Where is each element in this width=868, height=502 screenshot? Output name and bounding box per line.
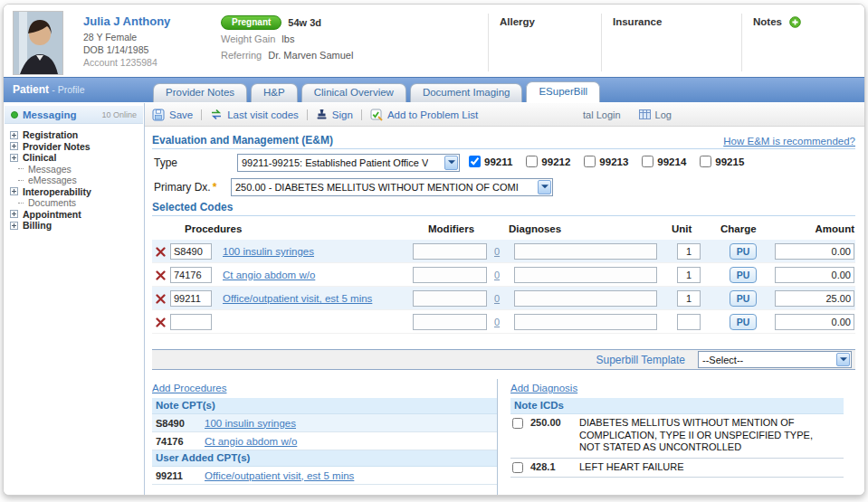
em-type-select[interactable]: 99211-99215: Established Patient Office … xyxy=(237,154,460,172)
notes-header: Notes xyxy=(753,16,782,27)
delete-row-button[interactable] xyxy=(156,317,166,327)
add-procedures-link[interactable]: Add Procedures xyxy=(152,383,226,393)
modifier-input[interactable] xyxy=(413,314,487,330)
procedure-code-input[interactable] xyxy=(170,243,212,260)
superbill-template-select[interactable]: --Select-- xyxy=(698,351,852,368)
last-visit-codes-button[interactable]: Last visit codes xyxy=(210,109,299,120)
price-update-button[interactable]: PU xyxy=(730,243,757,260)
unit-input[interactable] xyxy=(677,267,701,283)
cpt-description-link[interactable]: 100 insulin syringes xyxy=(205,418,296,429)
online-count: 10 Online xyxy=(101,110,137,119)
sidebar-item-messaging[interactable]: Messaging 10 Online xyxy=(5,106,143,124)
em-code-99213-checkbox[interactable] xyxy=(584,156,596,167)
diagnosis-input[interactable] xyxy=(514,243,657,260)
unit-input[interactable] xyxy=(677,243,701,260)
cpt-description-link[interactable]: Ct angio abdom w/o xyxy=(205,436,297,447)
expand-icon[interactable] xyxy=(10,131,18,139)
how-em-recommended-link[interactable]: How E&M is recommended? xyxy=(723,136,855,147)
tab-esuperbill[interactable]: ESuperBill xyxy=(526,81,600,102)
sidebar-item-provider-notes[interactable]: Provider Notes xyxy=(10,141,144,152)
add-diagnosis-link[interactable]: Add Diagnosis xyxy=(510,383,577,393)
primary-dx-select[interactable]: 250.00 - DIABETES MELLITUS WITHOUT MENTI… xyxy=(231,178,553,196)
expand-icon[interactable] xyxy=(10,222,18,230)
em-code-99211-checkbox[interactable] xyxy=(469,156,481,167)
icd-row: 428.1 LEFT HEART FAILURE xyxy=(510,459,844,478)
icd-checkbox[interactable] xyxy=(512,462,523,473)
sidebar-item-billing[interactable]: Billing xyxy=(10,220,144,231)
modifiers-column-header: Modifiers xyxy=(428,223,474,234)
breadcrumb-title: Patient xyxy=(13,83,49,96)
add-note-plus-icon[interactable] xyxy=(789,16,801,28)
procedure-description-link[interactable]: 100 insulin syringes xyxy=(223,246,314,257)
icd-checkbox[interactable] xyxy=(512,418,523,429)
em-code-99214-checkbox[interactable] xyxy=(642,156,653,167)
delete-row-button[interactable] xyxy=(156,247,166,257)
sign-button[interactable]: Sign xyxy=(316,109,353,120)
tab-bar: Provider Notes H&P Clinical Overview Doc… xyxy=(153,81,604,102)
add-to-problem-list-icon xyxy=(370,109,383,121)
price-update-button[interactable]: PU xyxy=(730,267,757,283)
modifier-count-link[interactable]: 0 xyxy=(494,293,500,304)
sidebar-item-emessages[interactable]: eMessages xyxy=(18,175,144,185)
cpt-description-link[interactable]: Office/outpatient visit, est 5 mins xyxy=(205,470,354,481)
tab-provider-notes[interactable]: Provider Notes xyxy=(153,83,247,102)
bottom-panels: Add Procedures Note CPT(s) S8490 100 ins… xyxy=(152,379,855,495)
expand-icon[interactable] xyxy=(10,142,18,150)
unit-input[interactable] xyxy=(677,290,701,307)
add-to-problem-list-button[interactable]: Add to Problem List xyxy=(370,109,478,121)
expand-icon[interactable] xyxy=(10,187,18,195)
cpt-code: 74176 xyxy=(156,436,196,447)
procedure-code-input[interactable] xyxy=(170,267,212,283)
tab-document-imaging[interactable]: Document Imaging xyxy=(410,83,523,102)
tab-hp[interactable]: H&P xyxy=(251,83,298,102)
modifier-count-link[interactable]: 0 xyxy=(494,246,500,257)
delete-row-button[interactable] xyxy=(156,270,166,280)
amount-input[interactable] xyxy=(775,314,854,330)
modifier-count-link[interactable]: 0 xyxy=(494,270,500,280)
sidebar-item-appointment[interactable]: Appointment xyxy=(10,209,144,220)
sidebar-tree: Registration Provider Notes Clinical Mes… xyxy=(4,127,144,231)
em-code-99215-checkbox[interactable] xyxy=(700,156,711,167)
tab-clinical-overview[interactable]: Clinical Overview xyxy=(301,83,406,102)
modifier-input[interactable] xyxy=(413,267,487,283)
modifier-input[interactable] xyxy=(413,290,487,307)
diagnosis-input[interactable] xyxy=(514,290,657,307)
procedure-description-link[interactable]: Ct angio abdom w/o xyxy=(223,270,315,280)
save-button[interactable]: Save xyxy=(152,109,193,121)
modifier-input[interactable] xyxy=(413,243,487,260)
unit-column-header: Unit xyxy=(672,223,692,234)
expand-icon[interactable] xyxy=(10,154,18,162)
log-button[interactable]: Log xyxy=(639,109,672,120)
expand-icon[interactable] xyxy=(10,210,18,218)
sidebar-item-clinical[interactable]: Clinical xyxy=(10,152,144,163)
type-label: Type xyxy=(154,156,177,169)
last-visit-codes-icon xyxy=(210,109,223,120)
procedure-code-input[interactable] xyxy=(170,314,212,330)
allergy-column: Allergy xyxy=(488,14,601,71)
price-update-button[interactable]: PU xyxy=(730,290,757,307)
charge-column-header: Charge xyxy=(720,223,757,234)
icd-code: 428.1 xyxy=(530,461,572,474)
procedure-description-link[interactable]: Office/outpatient visit, est 5 mins xyxy=(223,293,372,304)
toolbar-separator xyxy=(361,109,362,120)
weight-gain-label: Weight Gain xyxy=(221,33,275,44)
sidebar-item-messages[interactable]: Messages xyxy=(18,164,144,175)
amount-input[interactable] xyxy=(775,267,854,283)
diagnosis-input[interactable] xyxy=(514,314,657,330)
cpt-code: 99211 xyxy=(156,470,196,481)
amount-input[interactable] xyxy=(775,290,854,307)
icd-description: LEFT HEART FAILURE xyxy=(579,461,816,474)
diagnosis-input[interactable] xyxy=(514,267,657,283)
superbill-template-bar: Superbill Template --Select-- xyxy=(152,349,855,370)
sidebar-item-interoperability[interactable]: Interoperability xyxy=(10,186,144,197)
amount-input[interactable] xyxy=(775,243,854,260)
sidebar-item-registration[interactable]: Registration xyxy=(10,129,144,140)
price-update-button[interactable]: PU xyxy=(730,314,757,330)
sidebar-item-documents[interactable]: Documents xyxy=(18,197,144,208)
unit-input[interactable] xyxy=(677,314,701,330)
modifier-count-link[interactable]: 0 xyxy=(494,317,500,327)
procedure-code-input[interactable] xyxy=(170,290,212,307)
em-code-99212-checkbox[interactable] xyxy=(526,156,538,167)
delete-row-button[interactable] xyxy=(156,294,166,304)
portal-login-label[interactable]: tal Login xyxy=(583,109,621,120)
